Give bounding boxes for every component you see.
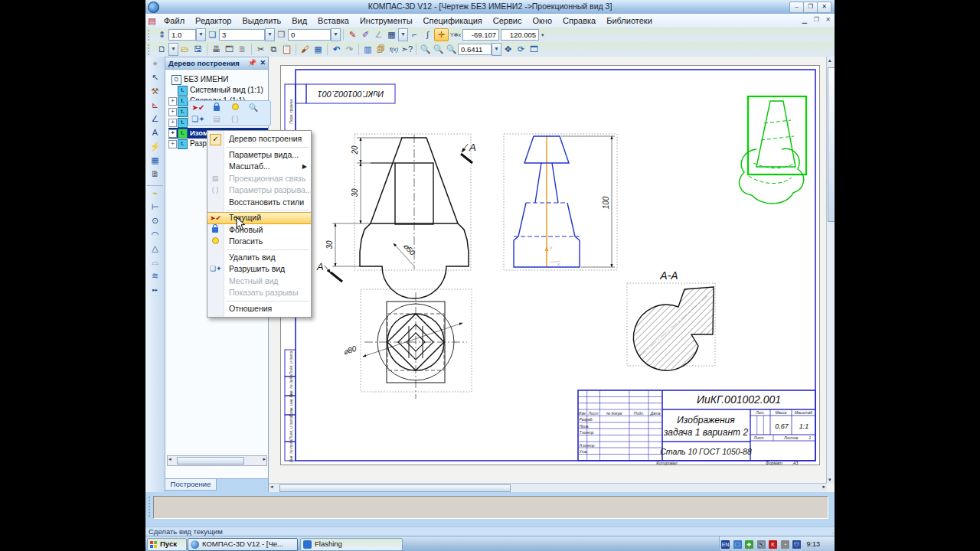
close-button[interactable]: ✕: [817, 2, 831, 13]
maximize-button[interactable]: ❐: [803, 2, 818, 13]
update-tray-icon[interactable]: ✚: [745, 540, 753, 549]
panel-close-icon[interactable]: ✕: [260, 57, 266, 69]
preview-icon[interactable]: 🗔: [223, 44, 236, 55]
table-tool-icon[interactable]: ▦: [148, 154, 162, 167]
paste-icon[interactable]: 📋: [280, 44, 293, 55]
menu-view[interactable]: Вид: [286, 15, 312, 26]
tree-item-document[interactable]: 🗋 БЕЗ ИМЕНИ: [172, 74, 228, 85]
pencil-violet-icon[interactable]: ✐: [359, 29, 372, 41]
doc-minimize-button[interactable]: ▁: [802, 17, 807, 24]
canvas-horizontal-scrollbar[interactable]: ◂ ▸: [269, 483, 827, 492]
menu-item-delete-view[interactable]: Удалить вид: [207, 252, 311, 264]
scroll-thumb[interactable]: [828, 67, 835, 222]
pin-icon[interactable]: 📌: [248, 57, 256, 69]
expand-icon[interactable]: +: [168, 140, 177, 148]
variables-icon[interactable]: 🗐: [374, 44, 387, 55]
angle-tool-icon[interactable]: ∠: [148, 112, 162, 126]
zoom-select-icon[interactable]: 🔍: [432, 44, 445, 55]
layer-field[interactable]: 3: [219, 29, 265, 41]
scroll-right-arrow[interactable]: ▸: [263, 456, 266, 462]
scroll-right-arrow[interactable]: ▸: [822, 484, 825, 490]
step-dropdown[interactable]: ▼: [331, 28, 341, 41]
menu-service[interactable]: Сервис: [488, 15, 528, 26]
dimension-tool-icon[interactable]: ⊾: [148, 99, 162, 112]
tree-horizontal-scrollbar[interactable]: ◂ ▸: [167, 455, 267, 466]
circle-tool-icon[interactable]: ⊙: [148, 214, 162, 227]
toolbar-grip[interactable]: [148, 30, 153, 41]
plot-icon[interactable]: 🗎: [236, 44, 249, 55]
zoom-in-icon[interactable]: 🔍: [419, 44, 432, 55]
select-tool-icon[interactable]: ↖: [148, 71, 162, 84]
zoom-area-icon[interactable]: 🔍: [445, 44, 458, 55]
scroll-up-arrow[interactable]: ▴: [828, 57, 831, 64]
hide-bulb-icon[interactable]: [228, 103, 242, 112]
menu-item-destroy-view[interactable]: ❏✦ Разрушить вид: [207, 263, 311, 276]
grid-dropdown[interactable]: ▼: [398, 28, 408, 41]
help-cursor-icon[interactable]: ➣?: [400, 44, 413, 55]
hatch-tool-icon[interactable]: ≋: [148, 269, 162, 282]
zoom-level-field[interactable]: 0.6411: [458, 44, 492, 55]
zoom-dropdown[interactable]: ▼: [492, 43, 501, 56]
redo-icon[interactable]: ↷: [343, 44, 356, 55]
coord-y-field[interactable]: 120.005: [501, 29, 539, 41]
destroy-view-icon[interactable]: ❏✦: [191, 114, 205, 124]
tree-panel-header[interactable]: Дерево построения 📌 ✕: [165, 57, 269, 70]
scroll-left-arrow[interactable]: ◂: [168, 456, 172, 462]
display-tray-icon[interactable]: 🖵: [733, 540, 742, 549]
cut-icon[interactable]: ✂: [254, 44, 267, 55]
projection-link-icon[interactable]: ▤: [210, 114, 224, 124]
scroll-thumb[interactable]: [177, 457, 244, 465]
grid-icon[interactable]: ▦: [385, 29, 398, 41]
shield-tray-icon[interactable]: 🛡: [792, 540, 801, 549]
background-lock-icon[interactable]: [210, 103, 224, 112]
menu-item-view-params[interactable]: Параметры вида...: [207, 149, 311, 161]
start-button[interactable]: Пуск: [147, 538, 187, 551]
toolbar-overflow-icon[interactable]: ▾: [541, 32, 544, 38]
scroll-left-arrow[interactable]: ◂: [270, 484, 273, 490]
menu-help[interactable]: Справка: [557, 15, 601, 26]
line-width-dropdown[interactable]: ▼: [196, 28, 206, 41]
scroll-down-arrow[interactable]: ▾: [828, 477, 831, 483]
menu-select[interactable]: Выделить: [237, 15, 286, 26]
break-params-icon[interactable]: ( ): [228, 114, 242, 124]
canvas-vertical-scrollbar[interactable]: ▴ ▾: [826, 57, 835, 484]
line-width-field[interactable]: 1.0: [168, 29, 196, 41]
make-current-icon[interactable]: ➤✔: [191, 103, 205, 112]
measure-tool-icon[interactable]: ⊢: [148, 201, 162, 214]
expand-icon[interactable]: +: [168, 97, 177, 106]
clock-tray-icon[interactable]: ◔: [781, 540, 789, 549]
doc-restore-button[interactable]: ❐: [814, 16, 819, 23]
tree-item-system-view[interactable]: t. Системный вид (1:1): [178, 85, 263, 96]
taskbar-button-flashing[interactable]: Flashing: [300, 538, 403, 551]
tree-tab-construction[interactable]: Построение: [165, 479, 217, 491]
new-document-icon[interactable]: 🗋: [155, 44, 168, 55]
menu-item-background[interactable]: Фоновый: [207, 224, 311, 236]
taskbar-button-kompas[interactable]: КОМПАС-3D V12 - [Че...: [188, 538, 298, 551]
menu-item-scale[interactable]: Масштаб...▶: [207, 161, 311, 173]
menu-item-hide[interactable]: Погасить: [207, 236, 311, 248]
menu-editor[interactable]: Редактор: [190, 15, 237, 26]
pencil-red-icon[interactable]: ✎: [346, 29, 359, 41]
polygon-tool-icon[interactable]: △: [148, 242, 162, 255]
menu-item-tree[interactable]: ✓ Дерево построения: [207, 133, 311, 145]
toolbar-grip[interactable]: [148, 44, 153, 55]
ortho-icon[interactable]: ⌐: [408, 29, 421, 41]
menu-item-current[interactable]: ➤✔ Текущий: [207, 212, 311, 224]
property-bar-grip[interactable]: [149, 497, 150, 517]
menu-window[interactable]: Окно: [527, 15, 557, 26]
expand-icon[interactable]: +: [168, 129, 177, 138]
sheet-tool-icon[interactable]: 🗎: [148, 168, 162, 181]
minimize-button[interactable]: –: [789, 2, 804, 13]
snap-icon[interactable]: ✛: [434, 28, 449, 41]
expand-icon[interactable]: +: [168, 119, 177, 127]
rounding-icon[interactable]: ∫: [421, 29, 434, 41]
coord-x-field[interactable]: -69.107: [462, 29, 499, 41]
layer-dropdown[interactable]: ▼: [265, 28, 275, 41]
menu-specification[interactable]: Спецификация: [418, 15, 488, 26]
geometry-tool-icon[interactable]: ⌖: [148, 57, 162, 70]
menu-item-relations[interactable]: Отношения: [207, 303, 311, 315]
language-indicator[interactable]: EN: [721, 540, 730, 549]
arc-tool-icon[interactable]: ◠: [148, 228, 162, 241]
save-icon[interactable]: 🖫: [191, 44, 204, 55]
open-icon[interactable]: 🗁: [178, 44, 191, 55]
